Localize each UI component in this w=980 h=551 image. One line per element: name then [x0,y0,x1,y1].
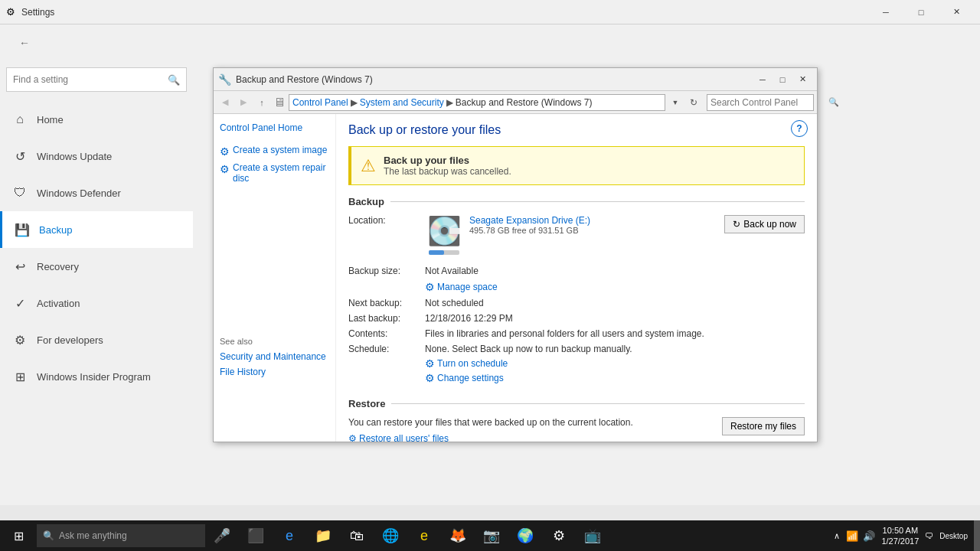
taskbar-app8[interactable]: 🌍 [508,520,542,551]
cp-help-btn[interactable]: ? [791,120,808,137]
start-button[interactable]: ⊞ [0,520,37,551]
drive-icon-area: 💽 [425,215,463,255]
breadcrumb-bar: Control Panel ▶ System and Security ▶ Ba… [289,94,665,111]
taskbar: ⊞ 🔍 Ask me anything 🎤 ⬛ e 📁 🛍 🌐 e 🦊 📷 🌍 … [0,520,980,551]
volume-icon: 🔊 [863,530,875,542]
taskbar-app10[interactable]: 📺 [576,520,609,551]
taskbar-expand-icon[interactable]: ∧ [834,531,840,541]
taskbar-firefox[interactable]: 🦊 [441,520,475,551]
schedule-value: None. Select Back up now to run backup m… [425,344,632,354]
manage-space-icon: ⚙ [425,281,435,293]
search-icon-btn[interactable]: 🔍 [162,68,186,91]
sidebar-item-home[interactable]: ⌂ Home [0,101,193,138]
turn-on-schedule-link[interactable]: ⚙ Turn on schedule [425,357,508,370]
warning-icon: ⚠ [361,156,376,176]
restore-my-files-btn[interactable]: Restore my files [722,417,805,435]
contents-row: Contents: Files in libraries and persona… [348,328,724,339]
cp-search-btn[interactable]: 🔍 [828,95,839,110]
change-settings-icon: ⚙ [425,372,435,384]
breadcrumb-system-security[interactable]: System and Security [360,97,444,108]
restore-row: You can restore your files that were bac… [348,417,805,442]
cp-window-icon: 🔧 [218,73,231,86]
sidebar-item-recovery-label: Recovery [37,261,79,272]
breadcrumb-current: Backup and Restore (Windows 7) [456,97,593,108]
next-backup-row: Next backup: Not scheduled [348,298,724,308]
taskbar-store[interactable]: 🛍 [340,520,374,551]
backup-section-line [390,201,805,202]
minimize-button[interactable]: ─ [868,0,903,24]
breadcrumb-dropdown-btn[interactable]: ▼ [668,94,682,111]
close-button[interactable]: ✕ [939,0,974,24]
sidebar-item-insider[interactable]: ⊞ Windows Insider Program [0,358,193,395]
cp-minimize-btn[interactable]: ─ [753,71,773,88]
drive-space: 495.78 GB free of 931.51 GB [469,226,590,235]
restore-all-users-link[interactable]: ⚙ Restore all users' files [348,433,449,442]
nav-forward-btn[interactable]: ▶ [235,94,252,111]
sidebar-item-developers[interactable]: ⚙ For developers [0,321,193,358]
update-icon: ↺ [12,149,28,164]
nav-up-btn[interactable]: ↑ [253,94,270,111]
last-backup-label: Last backup: [348,313,425,324]
backup-row: Location: 💽 [348,215,805,389]
developers-icon: ⚙ [12,333,28,347]
taskbar-ie[interactable]: e [407,520,441,551]
sidebar-item-windows-defender[interactable]: 🛡 Windows Defender [0,174,193,211]
sidebar-item-recovery[interactable]: ↩ Recovery [0,248,193,285]
action-center-icon[interactable]: 🗨 [925,531,933,540]
settings-header: ← [0,24,980,61]
cp-create-repair-link[interactable]: ⚙ Create a system repair disc [220,162,329,184]
cp-main: ? Back up or restore your files ⚠ Back u… [336,114,817,442]
restore-description: You can restore your files that were bac… [348,417,633,428]
refresh-btn[interactable]: ↻ [685,94,702,111]
cp-close-btn[interactable]: ✕ [792,71,812,88]
next-backup-label: Next backup: [348,298,425,308]
restore-section: Restore You can restore your files that … [348,398,805,442]
taskbar-cortana[interactable]: 🎤 [205,520,239,551]
back-button[interactable]: ← [12,31,37,55]
change-settings-link[interactable]: ⚙ Change settings [425,372,504,384]
turn-on-schedule-label: Turn on schedule [437,358,508,369]
cp-titlebar: 🔧 Backup and Restore (Windows 7) ─ □ ✕ [214,68,817,91]
cp-maximize-btn[interactable]: □ [773,71,792,88]
show-desktop-btn[interactable] [974,520,980,551]
file-history-link[interactable]: File History [220,364,329,380]
drive-name: Seagate Expansion Drive (E:) [469,215,590,226]
taskbar-edge[interactable]: e [273,520,306,551]
cp-create-image-link[interactable]: ⚙ Create a system image [220,145,329,158]
security-maintenance-link[interactable]: Security and Maintenance [220,349,329,364]
warning-banner: ⚠ Back up your files The last backup was… [348,146,805,185]
cp-home-link[interactable]: Control Panel Home [220,120,329,135]
taskbar-search-placeholder: Ask me anything [59,530,127,541]
sidebar-item-developers-label: For developers [37,334,103,346]
restore-info: You can restore your files that were bac… [348,417,633,442]
nav-back-btn[interactable]: ◀ [217,94,234,111]
sidebar-item-activation[interactable]: ✓ Activation [0,285,193,321]
sidebar-item-backup[interactable]: 💾 Backup [0,211,193,248]
taskbar-app5[interactable]: 🌐 [374,520,407,551]
warning-text: The last backup was cancelled. [384,166,511,177]
taskbar-explorer[interactable]: 📁 [306,520,340,551]
taskbar-time: 10:50 AM [881,525,919,536]
restore-all-label: Restore all users' files [359,433,449,442]
taskbar-search[interactable]: 🔍 Ask me anything [37,524,205,547]
maximize-button[interactable]: □ [903,0,939,24]
back-up-now-btn[interactable]: ↻ Back up now [724,215,805,233]
taskbar-task-view[interactable]: ⬛ [239,520,273,551]
manage-space-link[interactable]: ⚙ Manage space [425,281,498,293]
drive-area: 💽 Seagate Expansion Drive (E:) 495.78 GB… [425,215,590,255]
taskbar-app7[interactable]: 📷 [475,520,508,551]
schedule-links: ⚙ Turn on schedule ⚙ Change settings [425,357,724,384]
home-icon: ⌂ [12,112,28,126]
breadcrumb-control-panel[interactable]: Control Panel [292,97,348,108]
settings-icon: ⚙ [6,6,15,18]
taskbar-app9[interactable]: ⚙ [542,520,576,551]
search-input[interactable] [7,74,162,85]
activation-icon: ✓ [12,296,28,311]
backup-size-value: Not Available [425,266,479,276]
sidebar-item-windows-update[interactable]: ↺ Windows Update [0,138,193,174]
title-bar-controls: ─ □ ✕ [868,0,974,24]
backup-section-title: Backup [348,196,384,207]
backup-size-label: Backup size: [348,266,425,276]
back-up-now-label: Back up now [743,219,796,230]
cp-search-input[interactable] [707,97,828,108]
